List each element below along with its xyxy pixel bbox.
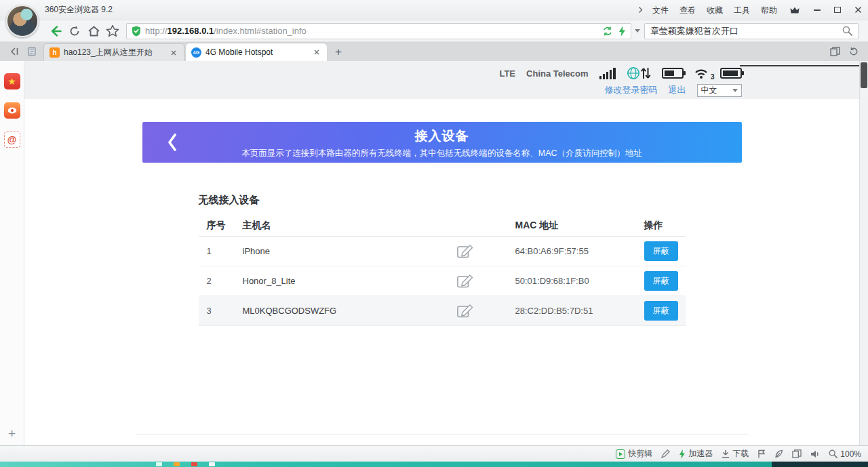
- minimize-icon: [814, 9, 821, 11]
- weibo-icon[interactable]: [4, 102, 20, 119]
- table-row: 2 Honor_8_Lite 50:01:D9:68:1F:B0 屏蔽: [199, 266, 686, 296]
- tab-hao123[interactable]: h hao123_上网从这里开始: [43, 43, 184, 61]
- windows-taskbar[interactable]: [0, 462, 868, 467]
- close-tab-icon: [171, 50, 176, 56]
- logout-link[interactable]: 退出: [669, 84, 686, 96]
- url-dropdown-caret[interactable]: [635, 29, 640, 33]
- undo-arrow-icon[interactable]: [848, 47, 859, 56]
- chevron-down-icon: [732, 89, 738, 92]
- favorite-button[interactable]: [103, 22, 122, 40]
- user-avatar[interactable]: [6, 5, 39, 37]
- header-mac: MAC 地址: [515, 220, 644, 232]
- add-sidebar-app-button[interactable]: +: [0, 426, 24, 441]
- header-action: 操作: [644, 220, 686, 232]
- table-row: 1 iPhone 64:B0:A6:9F:57:55 屏蔽: [199, 237, 686, 266]
- block-button[interactable]: 屏蔽: [644, 241, 678, 261]
- mail-at-icon[interactable]: @: [4, 131, 20, 148]
- favorites-star-icon[interactable]: ★: [4, 73, 20, 89]
- language-select[interactable]: 中文: [697, 84, 742, 97]
- address-bar[interactable]: http://192.168.0.1/index.html#station_in…: [126, 23, 631, 39]
- block-button[interactable]: 屏蔽: [644, 271, 678, 291]
- titlebar: 360安全浏览器 9.2 文件 查看 收藏 工具 帮助: [0, 0, 868, 20]
- header-hostname: 主机名: [243, 220, 515, 232]
- scrollbar-thumb[interactable]: [861, 62, 867, 88]
- refresh-button[interactable]: [65, 22, 84, 40]
- search-box: [644, 23, 859, 39]
- taskbar-tray: [772, 462, 868, 467]
- download-button[interactable]: 下载: [722, 448, 749, 460]
- battery-full-icon: [720, 68, 742, 79]
- pages-button[interactable]: [792, 449, 802, 458]
- accelerator-label: 加速器: [688, 448, 713, 460]
- zoom-search-icon: [829, 449, 837, 458]
- collapse-sidebar-icon[interactable]: [9, 47, 19, 56]
- search-input[interactable]: [650, 26, 838, 36]
- block-button[interactable]: 屏蔽: [644, 301, 678, 321]
- page-title: 接入设备: [142, 127, 742, 145]
- menu-file[interactable]: 文件: [647, 0, 674, 20]
- speaker-button[interactable]: [810, 450, 820, 458]
- mac-address: 50:01:D9:68:1F:B0: [515, 276, 644, 286]
- pen-icon: [661, 449, 670, 458]
- hostname: Honor_8_Lite: [243, 276, 296, 286]
- taskbar-item: [191, 462, 197, 466]
- page-subtitle: 本页面显示了连接到本路由器的所有无线终端，其中包括无线终端的设备名称、MAC（介…: [142, 148, 742, 159]
- menu-view[interactable]: 查看: [674, 0, 701, 20]
- wifi-clients-icon: 3: [694, 67, 709, 79]
- pages-icon: [792, 449, 802, 458]
- station-list-section: 无线接入设备 序号 主机名 MAC 地址 操作 1 iPhone: [142, 194, 742, 326]
- pen-button[interactable]: [661, 449, 670, 458]
- edit-hostname-icon[interactable]: [457, 304, 473, 318]
- row-no: 3: [199, 306, 243, 316]
- stations-table: 序号 主机名 MAC 地址 操作 1 iPhone 64:B0:A6:9F:57…: [199, 216, 686, 326]
- tab-hotspot[interactable]: 4G 4G Mobile Hotspot: [186, 43, 327, 61]
- download-icon: [722, 449, 730, 458]
- device-status-bar: LTE China Telecom 3: [24, 61, 859, 99]
- scrollbar[interactable]: [859, 61, 868, 445]
- edit-hostname-icon[interactable]: [457, 245, 473, 258]
- flag-icon: [757, 449, 766, 458]
- url-prefix: http://: [145, 26, 167, 36]
- favorite-star-icon: [106, 24, 119, 37]
- reading-list-icon[interactable]: [27, 47, 37, 56]
- home-button[interactable]: [84, 22, 103, 40]
- window-title: 360安全浏览器 9.2: [45, 4, 113, 16]
- navigation-toolbar: http://192.168.0.1/index.html#station_in…: [0, 20, 868, 42]
- maximize-button[interactable]: [827, 0, 848, 20]
- network-type-label: LTE: [499, 68, 515, 79]
- flag-button[interactable]: [757, 449, 766, 458]
- tab-label: hao123_上网从这里开始: [64, 47, 165, 58]
- accelerator-button[interactable]: 加速器: [679, 448, 713, 460]
- circular-arrows-icon[interactable]: [602, 26, 613, 37]
- row-no: 1: [199, 246, 243, 256]
- signal-strength-icon: [599, 68, 616, 79]
- quick-clip-button[interactable]: 快剪辑: [616, 448, 652, 460]
- url-text: http://192.168.0.1/index.html#station_in…: [145, 26, 598, 36]
- zoom-control[interactable]: 100%: [829, 449, 861, 459]
- menu-tools[interactable]: 工具: [728, 0, 755, 20]
- tab-label: 4G Mobile Hotspot: [205, 47, 308, 57]
- user-links-row: 修改登录密码 退出 中文: [142, 83, 742, 98]
- header-no: 序号: [199, 220, 243, 232]
- tab-list-icon[interactable]: [830, 47, 840, 56]
- minimize-button[interactable]: [807, 0, 827, 20]
- new-tab-button[interactable]: +: [330, 45, 347, 60]
- menu-help[interactable]: 帮助: [755, 0, 783, 20]
- close-tab-button[interactable]: [312, 47, 321, 57]
- crown-icon[interactable]: [783, 6, 807, 14]
- site-shield-icon[interactable]: [132, 26, 141, 37]
- menu-favorites[interactable]: 收藏: [701, 0, 728, 20]
- browser-sidebar: ★ @ +: [0, 61, 24, 445]
- lightning-bolt-icon[interactable]: [618, 26, 626, 37]
- search-icon[interactable]: [842, 26, 852, 36]
- close-button[interactable]: [848, 0, 868, 20]
- menu-expand-icon[interactable]: [634, 6, 647, 14]
- network-globe-icon: [627, 66, 651, 81]
- change-password-link[interactable]: 修改登录密码: [605, 84, 658, 96]
- close-icon: [854, 6, 862, 14]
- close-tab-button[interactable]: [169, 48, 178, 58]
- feather-button[interactable]: [774, 449, 783, 458]
- back-button[interactable]: [46, 22, 65, 40]
- edit-hostname-icon[interactable]: [457, 275, 473, 288]
- page-banner: 接入设备 本页面显示了连接到本路由器的所有无线终端，其中包括无线终端的设备名称、…: [142, 122, 742, 163]
